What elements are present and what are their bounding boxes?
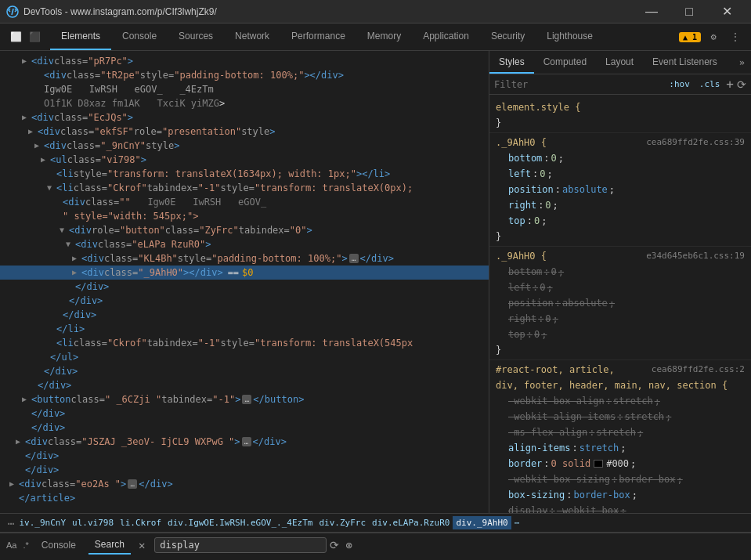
- triangle-icon[interactable]: ▼: [66, 237, 75, 251]
- dom-line[interactable]: ▶ </article>: [0, 491, 489, 505]
- breadcrumb-item-active[interactable]: div._9AhH0: [453, 516, 511, 529]
- tab-security[interactable]: Security: [480, 23, 536, 50]
- dom-line[interactable]: ▼ <div class="eLAPa RzuR0" >: [0, 237, 489, 251]
- panel-tab-more[interactable]: »: [733, 51, 751, 74]
- dom-line[interactable]: ▶ </div>: [0, 308, 489, 322]
- triangle-icon[interactable]: ▶: [9, 477, 19, 491]
- dom-line[interactable]: ▶ <li style="transform: translateX(1634p…: [0, 167, 489, 181]
- triangle-icon[interactable]: ▶: [41, 153, 50, 167]
- dom-line[interactable]: ▼ <div role="button" class="ZyFrc" tabin…: [0, 223, 489, 237]
- more-options-icon[interactable]: ⋮: [726, 27, 745, 46]
- dom-line[interactable]: ▶ </div>: [0, 463, 489, 477]
- triangle-icon[interactable]: ▶: [16, 435, 25, 449]
- dom-line[interactable]: ▶ <div class="tR2pe" style="padding-bott…: [0, 68, 489, 82]
- search-refresh-icon[interactable]: ⟳: [327, 537, 342, 553]
- dom-line[interactable]: ▶ <li class="Ckrof" tabindex="-1" style=…: [0, 336, 489, 350]
- tab-application[interactable]: Application: [412, 23, 480, 50]
- triangle-icon[interactable]: ▶: [34, 139, 44, 153]
- dom-line[interactable]: ▶ </div>: [0, 449, 489, 463]
- dom-line[interactable]: ▶ </ul>: [0, 350, 489, 364]
- breadcrumb-item[interactable]: div.IgwOE.IwRSH.eGOV_._4EzTm: [164, 516, 316, 529]
- breadcrumb-item[interactable]: ul.vi798: [69, 516, 117, 529]
- more-icon[interactable]: …: [242, 395, 251, 404]
- tab-performance[interactable]: Performance: [280, 23, 356, 50]
- tab-memory[interactable]: Memory: [356, 23, 412, 50]
- dock-icon[interactable]: ⬜: [6, 27, 25, 46]
- tab-styles[interactable]: Styles: [489, 51, 534, 74]
- dom-line[interactable]: ▶ <div class="EcJQs" >: [0, 110, 489, 125]
- dom-line[interactable]: ▶ <ul class="vi798" >: [0, 153, 489, 167]
- dom-line[interactable]: ▶ <button class=" _6CZji " tabindex="-1"…: [0, 392, 489, 406]
- breadcrumb-more[interactable]: ⋯: [511, 516, 523, 529]
- dom-line[interactable]: ▶ </div>: [0, 294, 489, 308]
- triangle-icon[interactable]: ▶: [22, 54, 31, 68]
- search-input[interactable]: [154, 537, 327, 553]
- dom-line[interactable]: ▶ </div>: [0, 421, 489, 435]
- dom-line[interactable]: ▶ </div>: [0, 406, 489, 421]
- dom-line[interactable]: ▶ Igw0E IwRSH eGOV_ _4EzTm: [0, 82, 489, 96]
- search-tab[interactable]: Search: [88, 536, 131, 555]
- style-rule-crossed: left : 0 ;: [489, 280, 751, 295]
- filter-input[interactable]: [494, 79, 663, 90]
- tab-layout[interactable]: Layout: [596, 51, 643, 74]
- inspect-icon[interactable]: ⬛: [25, 27, 44, 46]
- dom-line[interactable]: ▶ <div class="pR7Pc" >: [0, 54, 489, 68]
- dom-line[interactable]: ▶ <div class="JSZAJ _3eoV- IjCL9 WXPwG "…: [0, 435, 489, 449]
- close-button[interactable]: ✕: [709, 0, 745, 23]
- tab-network[interactable]: Network: [224, 23, 280, 50]
- dom-line[interactable]: ▶ O1f1K D8xaz fm1AK TxciK yiMZG >: [0, 96, 489, 110]
- triangle-icon[interactable]: ▼: [60, 223, 69, 237]
- triangle-icon[interactable]: ▶: [22, 110, 31, 125]
- breadcrumb-item[interactable]: div.ZyFrc: [316, 516, 369, 529]
- triangle-icon[interactable]: ▶: [22, 392, 31, 406]
- tab-computed[interactable]: Computed: [534, 51, 596, 74]
- breadcrumb-item[interactable]: iv._9nCnY: [16, 516, 69, 529]
- styles-content[interactable]: element.style { } ._9AhH0 { cea689ffd2fe…: [489, 95, 751, 513]
- tab-lighthouse[interactable]: Lighthouse: [536, 23, 604, 50]
- close-icon[interactable]: ✕: [139, 539, 145, 551]
- style-source-link[interactable]: e34d645eb6c1.css:19: [646, 249, 745, 263]
- add-style-button[interactable]: +: [726, 78, 734, 91]
- tab-sources[interactable]: Sources: [168, 23, 224, 50]
- dom-line[interactable]: ▶ </div>: [0, 280, 489, 294]
- dom-line[interactable]: ▶ <div class="ekfSF" role="presentation"…: [0, 125, 489, 139]
- tab-bar-left-controls: ⬜ ⬛: [0, 23, 50, 50]
- more-options-icon[interactable]: ⋯: [6, 515, 16, 531]
- triangle-icon[interactable]: ▼: [47, 181, 56, 195]
- dom-line[interactable]: ▼ <li class="Ckrof" tabindex="-1" style=…: [0, 181, 489, 195]
- breadcrumb-item[interactable]: div.eLAPa.RzuR0: [369, 516, 453, 529]
- warning-badge[interactable]: ▲ 1: [679, 32, 701, 42]
- cls-button[interactable]: .cls: [696, 78, 724, 91]
- maximize-button[interactable]: □: [671, 0, 707, 23]
- dom-line[interactable]: ▶ </li>: [0, 322, 489, 336]
- refresh-icon[interactable]: ⟳: [737, 78, 746, 91]
- minimize-button[interactable]: —: [634, 0, 670, 23]
- triangle-icon[interactable]: ▶: [72, 266, 81, 280]
- dom-line[interactable]: ▶ <div class="" Igw0E IwRSH eGOV_: [0, 195, 489, 209]
- closing-brace: }: [489, 115, 751, 131]
- dom-line[interactable]: ▶ </div>: [0, 378, 489, 392]
- tab-event-listeners[interactable]: Event Listeners: [643, 51, 727, 74]
- style-rule: position : absolute ;: [489, 182, 751, 197]
- dom-line[interactable]: ▶ <div class="_9nCnY" style >: [0, 139, 489, 153]
- dom-tree[interactable]: ▶ <div class="pR7Pc" > ▶ <div class="tR2…: [0, 51, 489, 513]
- console-tab[interactable]: Console: [35, 537, 82, 554]
- style-source-link[interactable]: cea689ffd2fe.css:2: [652, 363, 745, 377]
- dom-line[interactable]: ▶ " style="width: 545px;">: [0, 209, 489, 223]
- tab-console[interactable]: Console: [111, 23, 168, 50]
- tab-elements[interactable]: Elements: [50, 23, 111, 50]
- triangle-icon[interactable]: ▶: [72, 251, 81, 266]
- search-clear-icon[interactable]: ⊗: [342, 537, 355, 553]
- more-icon[interactable]: …: [128, 479, 137, 489]
- style-source-link[interactable]: cea689ffd2fe.css:39: [646, 135, 745, 150]
- settings-icon[interactable]: ⚙: [704, 27, 723, 46]
- dom-line-selected[interactable]: ▶ <div class="_9AhH0" ></div> == $0: [0, 266, 489, 280]
- triangle-icon[interactable]: ▶: [28, 125, 38, 139]
- dom-line[interactable]: ▶ <div class="eo2As " > … </div>: [0, 477, 489, 491]
- dom-line[interactable]: ▶ </div>: [0, 364, 489, 378]
- breadcrumb-item[interactable]: li.Ckrof: [117, 516, 164, 529]
- more-icon[interactable]: …: [349, 254, 359, 263]
- more-icon[interactable]: …: [242, 437, 251, 446]
- hov-button[interactable]: :hov: [666, 78, 693, 91]
- dom-line[interactable]: ▶ <div class="KL4Bh" style="padding-bott…: [0, 251, 489, 266]
